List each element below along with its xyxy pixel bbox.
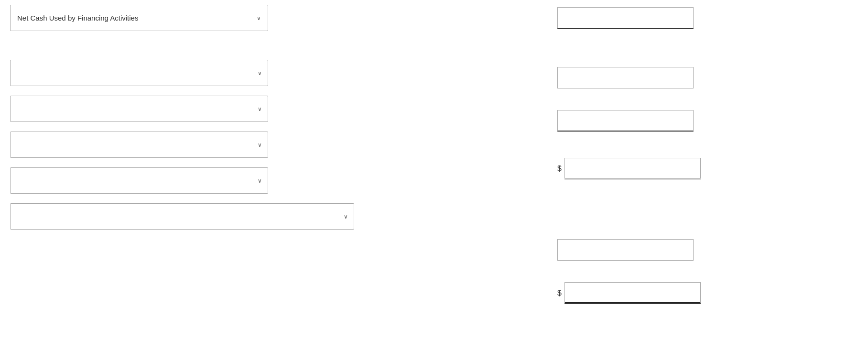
dropdown-2-chevron-icon: ∨	[258, 106, 262, 112]
dropdown-5[interactable]: ∨	[10, 203, 354, 230]
page-container: Net Cash Used by Financing Activities ∨ …	[0, 0, 868, 352]
dropdown-row-3: ∨	[10, 132, 354, 158]
right-input-group-4: $	[557, 158, 701, 179]
dropdown-2[interactable]: ∨	[10, 96, 268, 122]
right-input-group-6: $	[557, 282, 701, 304]
dropdown-3-chevron-icon: ∨	[258, 142, 262, 148]
dropdown-3[interactable]: ∨	[10, 132, 268, 158]
right-input-4[interactable]	[564, 158, 701, 179]
dropdown-4[interactable]: ∨	[10, 167, 268, 194]
right-input-group-1	[557, 7, 694, 30]
right-input-group-5	[557, 239, 694, 261]
dollar-row-6: $	[557, 282, 701, 304]
dropdown-4-chevron-icon: ∨	[258, 177, 262, 184]
header-dropdown-label: Net Cash Used by Financing Activities	[17, 14, 138, 22]
left-column: Net Cash Used by Financing Activities ∨ …	[10, 5, 354, 239]
header-chevron-icon: ∨	[257, 15, 261, 22]
dollar-sign-6: $	[557, 289, 562, 297]
dropdown-row-1: ∨	[10, 60, 354, 86]
dropdown-1-chevron-icon: ∨	[258, 70, 262, 77]
dropdown-5-chevron-icon: ∨	[344, 213, 348, 220]
right-input-group-2	[557, 67, 694, 88]
dropdown-row-4: ∨	[10, 167, 354, 194]
dollar-row-4: $	[557, 158, 701, 179]
right-input-5[interactable]	[557, 239, 694, 261]
dollar-sign-4: $	[557, 165, 562, 173]
dropdown-row-5: ∨	[10, 203, 354, 230]
dropdown-row-2: ∨	[10, 96, 354, 122]
right-input-6[interactable]	[564, 282, 701, 304]
header-dropdown[interactable]: Net Cash Used by Financing Activities ∨	[10, 5, 268, 31]
right-input-2[interactable]	[557, 67, 694, 88]
right-input-1[interactable]	[557, 7, 694, 29]
right-input-group-3	[557, 110, 694, 132]
right-input-3[interactable]	[557, 110, 694, 132]
dropdown-1[interactable]: ∨	[10, 60, 268, 86]
